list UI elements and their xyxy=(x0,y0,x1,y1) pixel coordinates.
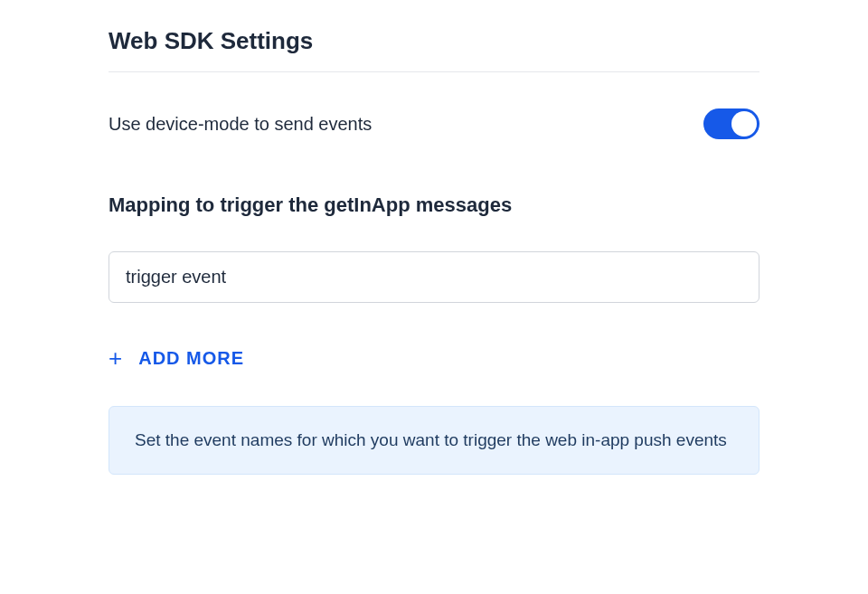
device-mode-toggle[interactable] xyxy=(703,108,760,139)
section-divider xyxy=(108,71,760,72)
info-box: Set the event names for which you want t… xyxy=(108,406,760,475)
add-more-button[interactable]: + ADD MORE xyxy=(108,346,760,370)
mapping-section-label: Mapping to trigger the getInApp messages xyxy=(108,193,760,217)
section-title: Web SDK Settings xyxy=(108,27,760,55)
device-mode-toggle-label: Use device-mode to send events xyxy=(108,114,372,135)
toggle-knob xyxy=(731,111,757,137)
plus-icon: + xyxy=(108,346,122,370)
trigger-event-input[interactable] xyxy=(108,251,760,303)
add-more-label: ADD MORE xyxy=(138,348,244,369)
device-mode-toggle-row: Use device-mode to send events xyxy=(108,108,760,139)
info-text: Set the event names for which you want t… xyxy=(135,427,733,454)
